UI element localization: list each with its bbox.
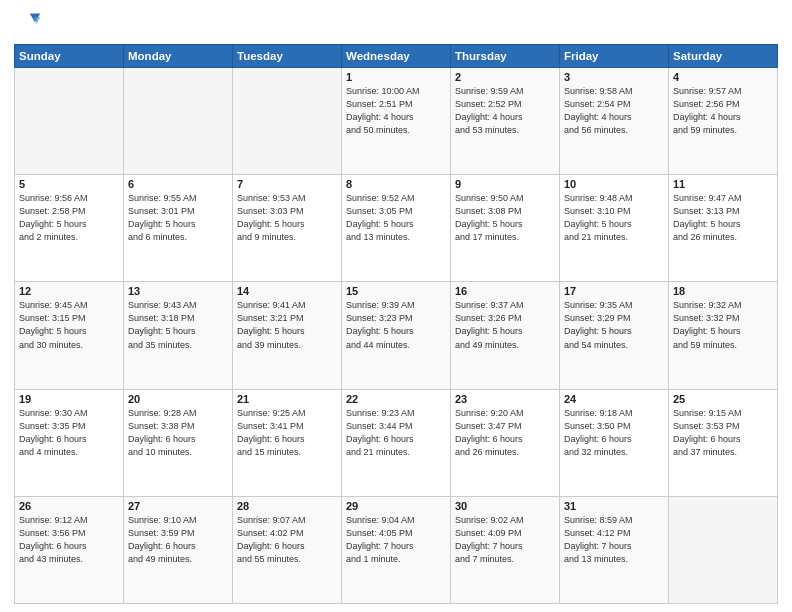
calendar-cell: 26Sunrise: 9:12 AM Sunset: 3:56 PM Dayli… (15, 496, 124, 603)
calendar-week-row: 5Sunrise: 9:56 AM Sunset: 2:58 PM Daylig… (15, 175, 778, 282)
day-info: Sunrise: 9:12 AM Sunset: 3:56 PM Dayligh… (19, 514, 119, 566)
day-number: 18 (673, 285, 773, 297)
day-number: 13 (128, 285, 228, 297)
day-info: Sunrise: 9:43 AM Sunset: 3:18 PM Dayligh… (128, 299, 228, 351)
calendar-cell: 30Sunrise: 9:02 AM Sunset: 4:09 PM Dayli… (451, 496, 560, 603)
calendar-cell: 22Sunrise: 9:23 AM Sunset: 3:44 PM Dayli… (342, 389, 451, 496)
day-number: 4 (673, 71, 773, 83)
day-number: 1 (346, 71, 446, 83)
logo-icon (14, 10, 42, 38)
header (14, 10, 778, 38)
day-info: Sunrise: 9:45 AM Sunset: 3:15 PM Dayligh… (19, 299, 119, 351)
day-info: Sunrise: 9:25 AM Sunset: 3:41 PM Dayligh… (237, 407, 337, 459)
day-number: 27 (128, 500, 228, 512)
calendar-cell: 18Sunrise: 9:32 AM Sunset: 3:32 PM Dayli… (669, 282, 778, 389)
calendar-cell: 9Sunrise: 9:50 AM Sunset: 3:08 PM Daylig… (451, 175, 560, 282)
weekday-header-row: SundayMondayTuesdayWednesdayThursdayFrid… (15, 45, 778, 68)
day-number: 6 (128, 178, 228, 190)
day-info: Sunrise: 9:48 AM Sunset: 3:10 PM Dayligh… (564, 192, 664, 244)
calendar-cell: 23Sunrise: 9:20 AM Sunset: 3:47 PM Dayli… (451, 389, 560, 496)
calendar-cell: 14Sunrise: 9:41 AM Sunset: 3:21 PM Dayli… (233, 282, 342, 389)
weekday-header: Tuesday (233, 45, 342, 68)
calendar-cell (669, 496, 778, 603)
day-info: Sunrise: 9:39 AM Sunset: 3:23 PM Dayligh… (346, 299, 446, 351)
day-info: Sunrise: 9:07 AM Sunset: 4:02 PM Dayligh… (237, 514, 337, 566)
day-number: 22 (346, 393, 446, 405)
calendar-cell: 4Sunrise: 9:57 AM Sunset: 2:56 PM Daylig… (669, 68, 778, 175)
day-number: 29 (346, 500, 446, 512)
calendar-table: SundayMondayTuesdayWednesdayThursdayFrid… (14, 44, 778, 604)
day-number: 28 (237, 500, 337, 512)
day-number: 11 (673, 178, 773, 190)
day-number: 2 (455, 71, 555, 83)
calendar-cell: 25Sunrise: 9:15 AM Sunset: 3:53 PM Dayli… (669, 389, 778, 496)
day-info: Sunrise: 9:53 AM Sunset: 3:03 PM Dayligh… (237, 192, 337, 244)
day-info: Sunrise: 9:32 AM Sunset: 3:32 PM Dayligh… (673, 299, 773, 351)
day-number: 14 (237, 285, 337, 297)
page: SundayMondayTuesdayWednesdayThursdayFrid… (0, 0, 792, 612)
calendar-cell (15, 68, 124, 175)
day-info: Sunrise: 9:04 AM Sunset: 4:05 PM Dayligh… (346, 514, 446, 566)
day-info: Sunrise: 9:56 AM Sunset: 2:58 PM Dayligh… (19, 192, 119, 244)
day-number: 10 (564, 178, 664, 190)
day-number: 16 (455, 285, 555, 297)
weekday-header: Saturday (669, 45, 778, 68)
logo (14, 10, 46, 38)
day-number: 9 (455, 178, 555, 190)
weekday-header: Thursday (451, 45, 560, 68)
calendar-week-row: 12Sunrise: 9:45 AM Sunset: 3:15 PM Dayli… (15, 282, 778, 389)
day-info: Sunrise: 10:00 AM Sunset: 2:51 PM Daylig… (346, 85, 446, 137)
day-info: Sunrise: 9:52 AM Sunset: 3:05 PM Dayligh… (346, 192, 446, 244)
calendar-week-row: 1Sunrise: 10:00 AM Sunset: 2:51 PM Dayli… (15, 68, 778, 175)
day-info: Sunrise: 9:59 AM Sunset: 2:52 PM Dayligh… (455, 85, 555, 137)
weekday-header: Wednesday (342, 45, 451, 68)
day-info: Sunrise: 9:41 AM Sunset: 3:21 PM Dayligh… (237, 299, 337, 351)
calendar-cell: 15Sunrise: 9:39 AM Sunset: 3:23 PM Dayli… (342, 282, 451, 389)
day-info: Sunrise: 9:28 AM Sunset: 3:38 PM Dayligh… (128, 407, 228, 459)
calendar-cell: 12Sunrise: 9:45 AM Sunset: 3:15 PM Dayli… (15, 282, 124, 389)
calendar-cell: 21Sunrise: 9:25 AM Sunset: 3:41 PM Dayli… (233, 389, 342, 496)
weekday-header: Sunday (15, 45, 124, 68)
day-info: Sunrise: 8:59 AM Sunset: 4:12 PM Dayligh… (564, 514, 664, 566)
day-number: 19 (19, 393, 119, 405)
day-info: Sunrise: 9:23 AM Sunset: 3:44 PM Dayligh… (346, 407, 446, 459)
day-info: Sunrise: 9:02 AM Sunset: 4:09 PM Dayligh… (455, 514, 555, 566)
calendar-cell: 7Sunrise: 9:53 AM Sunset: 3:03 PM Daylig… (233, 175, 342, 282)
day-number: 30 (455, 500, 555, 512)
calendar-cell: 17Sunrise: 9:35 AM Sunset: 3:29 PM Dayli… (560, 282, 669, 389)
day-number: 21 (237, 393, 337, 405)
day-info: Sunrise: 9:35 AM Sunset: 3:29 PM Dayligh… (564, 299, 664, 351)
calendar-week-row: 26Sunrise: 9:12 AM Sunset: 3:56 PM Dayli… (15, 496, 778, 603)
calendar-cell (233, 68, 342, 175)
day-number: 7 (237, 178, 337, 190)
day-number: 23 (455, 393, 555, 405)
calendar-cell: 13Sunrise: 9:43 AM Sunset: 3:18 PM Dayli… (124, 282, 233, 389)
calendar-cell: 11Sunrise: 9:47 AM Sunset: 3:13 PM Dayli… (669, 175, 778, 282)
calendar-cell: 24Sunrise: 9:18 AM Sunset: 3:50 PM Dayli… (560, 389, 669, 496)
day-number: 12 (19, 285, 119, 297)
day-info: Sunrise: 9:55 AM Sunset: 3:01 PM Dayligh… (128, 192, 228, 244)
calendar-cell: 5Sunrise: 9:56 AM Sunset: 2:58 PM Daylig… (15, 175, 124, 282)
day-number: 31 (564, 500, 664, 512)
calendar-cell: 10Sunrise: 9:48 AM Sunset: 3:10 PM Dayli… (560, 175, 669, 282)
day-info: Sunrise: 9:15 AM Sunset: 3:53 PM Dayligh… (673, 407, 773, 459)
day-number: 26 (19, 500, 119, 512)
calendar-cell: 27Sunrise: 9:10 AM Sunset: 3:59 PM Dayli… (124, 496, 233, 603)
calendar-cell: 19Sunrise: 9:30 AM Sunset: 3:35 PM Dayli… (15, 389, 124, 496)
day-number: 20 (128, 393, 228, 405)
day-info: Sunrise: 9:20 AM Sunset: 3:47 PM Dayligh… (455, 407, 555, 459)
calendar-cell: 28Sunrise: 9:07 AM Sunset: 4:02 PM Dayli… (233, 496, 342, 603)
day-number: 17 (564, 285, 664, 297)
calendar-cell: 2Sunrise: 9:59 AM Sunset: 2:52 PM Daylig… (451, 68, 560, 175)
day-number: 3 (564, 71, 664, 83)
day-info: Sunrise: 9:10 AM Sunset: 3:59 PM Dayligh… (128, 514, 228, 566)
day-number: 5 (19, 178, 119, 190)
day-number: 15 (346, 285, 446, 297)
day-number: 25 (673, 393, 773, 405)
day-info: Sunrise: 9:50 AM Sunset: 3:08 PM Dayligh… (455, 192, 555, 244)
day-info: Sunrise: 9:47 AM Sunset: 3:13 PM Dayligh… (673, 192, 773, 244)
day-info: Sunrise: 9:37 AM Sunset: 3:26 PM Dayligh… (455, 299, 555, 351)
calendar-cell: 1Sunrise: 10:00 AM Sunset: 2:51 PM Dayli… (342, 68, 451, 175)
calendar-cell: 8Sunrise: 9:52 AM Sunset: 3:05 PM Daylig… (342, 175, 451, 282)
calendar-cell: 16Sunrise: 9:37 AM Sunset: 3:26 PM Dayli… (451, 282, 560, 389)
